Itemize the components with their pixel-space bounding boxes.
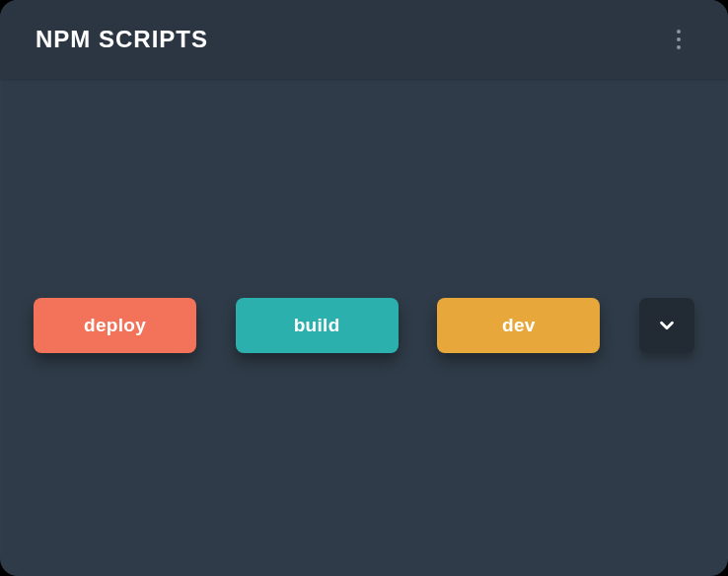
build-script-button[interactable]: build [236, 298, 399, 353]
panel-title: NPM SCRIPTS [36, 26, 208, 53]
expand-scripts-button[interactable] [639, 298, 694, 353]
dev-script-button[interactable]: dev [437, 298, 600, 353]
deploy-script-button[interactable]: deploy [34, 298, 196, 353]
scripts-row: deploy build dev [0, 298, 728, 353]
script-button-label: dev [502, 315, 536, 336]
script-button-label: build [294, 315, 340, 336]
more-options-button[interactable] [665, 20, 692, 59]
more-vertical-icon [677, 30, 681, 49]
chevron-down-icon [656, 315, 678, 336]
panel-header: NPM SCRIPTS [0, 0, 728, 79]
script-button-label: deploy [84, 315, 146, 336]
npm-scripts-panel: NPM SCRIPTS deploy build dev [0, 0, 728, 576]
